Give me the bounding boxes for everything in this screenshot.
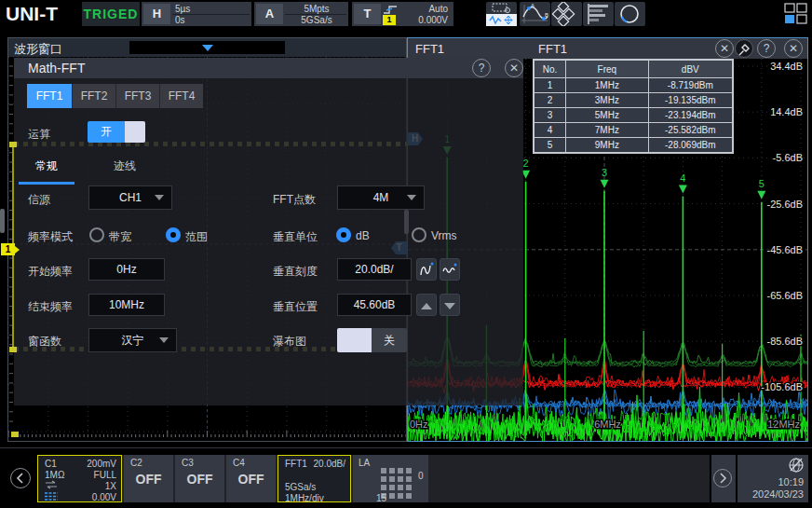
dialog-help-button[interactable]: ?	[472, 59, 491, 77]
histogram-button[interactable]	[583, 2, 614, 26]
ch1-range-top-handle[interactable]	[9, 142, 17, 147]
fft-peaks-table: No.FreqdBV 11MHz-8.719dBm23MHz-19.135dBm…	[534, 60, 733, 153]
collapse-left-button[interactable]	[10, 468, 31, 488]
fft-tab-fft4[interactable]: FFT4	[159, 84, 203, 108]
c1-bandwidth: FULL	[94, 470, 116, 480]
la-channel-dot	[389, 493, 395, 499]
top-bar: UNI-T TRIGED H 5µs 0s A 5Mpts 5GSa/s T 1…	[0, 0, 812, 28]
window-func-dropdown[interactable]: 汉宁	[88, 328, 177, 352]
waterfall-toggle-off: 关	[372, 328, 407, 352]
peak-marker-number: 5	[759, 178, 765, 189]
vpos-down-button[interactable]	[440, 294, 460, 316]
fft-table-cell: -19.135dBm	[648, 93, 732, 108]
ch1-level-marker[interactable]: 1	[1, 243, 15, 255]
channel3-panel[interactable]: C3 OFF	[175, 455, 224, 502]
chevron-right-icon	[714, 470, 731, 487]
trigger-position-band[interactable]	[129, 41, 285, 54]
fft-table-pin-button[interactable]	[735, 39, 753, 58]
operation-toggle[interactable]: 开	[88, 121, 145, 143]
fft-table-row[interactable]: 47MHz-25.582dBm	[535, 123, 733, 138]
fft-points-dropdown[interactable]: 4M	[337, 185, 425, 210]
acquire-rate: 5GSa/s	[288, 14, 345, 26]
vscale-fine-button[interactable]	[440, 258, 460, 281]
channel4-panel[interactable]: C4 OFF	[226, 455, 276, 502]
fft-table-close-button[interactable]: ✕	[715, 39, 734, 58]
fft-tab-fft3[interactable]: FFT3	[115, 84, 159, 108]
trigger-section[interactable]: T 1 Auto 0.000V	[352, 2, 453, 26]
expand-right-button[interactable]	[713, 469, 732, 487]
fft-table-row[interactable]: 35MHz-23.194dBm	[535, 108, 733, 123]
fft1-hdiv: 1MHz/div	[285, 493, 324, 503]
horizontal-section[interactable]: H 5µs 0s	[142, 2, 251, 26]
fft1-panel[interactable]: FFT1 20.0dB/ 5GSa/s 1MHz/div	[277, 455, 351, 502]
fft-tab-fft2[interactable]: FFT2	[72, 84, 115, 108]
lens-button[interactable]	[615, 2, 645, 26]
trigger-position-indicator[interactable]	[202, 45, 213, 51]
wave-vpos-handle[interactable]	[0, 209, 5, 233]
waterfall-toggle[interactable]: 关	[337, 328, 407, 352]
freq-mode-range-radio[interactable]	[166, 227, 181, 242]
lens-icon	[615, 2, 645, 26]
peak-marker	[679, 185, 687, 194]
fft-help-button[interactable]: ?	[757, 39, 776, 58]
vpos-up-button[interactable]	[416, 294, 437, 316]
fft-table-row[interactable]: 11MHz-8.719dBm	[535, 78, 733, 93]
window-func-label: 窗函数	[28, 334, 61, 350]
fft-close-button[interactable]: ✕	[784, 39, 803, 58]
freq-axis-label: 6MHz	[594, 419, 621, 430]
la-channel-dot	[398, 485, 403, 490]
c2-name: C2	[130, 458, 142, 468]
dialog-sub-tab-active[interactable]: 常规	[19, 158, 74, 185]
vpos-value: 45.60dB	[338, 295, 411, 315]
operation-toggle-on: 开	[88, 121, 125, 143]
c2-state: OFF	[124, 472, 173, 487]
acquire-section[interactable]: A 5Mpts 5GSa/s	[254, 2, 348, 26]
chevron-down-icon	[159, 337, 169, 343]
vunit-db-radio[interactable]	[336, 227, 351, 242]
fft-table-cell: 3	[535, 108, 566, 123]
freq-mode-range-label: 范围	[185, 229, 208, 245]
math-fft-dialog: Math-FFT ? ✕ FFT1FFT2FFT3FFT4 运算 开 常规迹线 …	[14, 58, 523, 405]
source-dropdown[interactable]: CH1	[88, 185, 172, 210]
fft-table-cell: -25.582dBm	[648, 123, 732, 138]
fft-table-header-row: No.FreqdBV	[535, 61, 733, 78]
horizontal-key: H	[143, 4, 170, 24]
pin-icon	[736, 42, 752, 59]
fft-table-row[interactable]: 59MHz-28.069dBm	[535, 138, 733, 153]
fft-window-title: FFT1	[415, 42, 444, 56]
end-freq-input[interactable]: 10MHz	[88, 294, 165, 316]
vunit-vrms-radio[interactable]	[412, 227, 426, 242]
channel1-panel[interactable]: C1 200mV 1MΩ FULL 1X 0.00V	[37, 455, 122, 502]
vscale-coarse-button[interactable]	[416, 258, 437, 281]
dialog-sub-tab-other[interactable]: 迹线	[97, 158, 153, 185]
vscale-input[interactable]: 20.0dB/	[337, 258, 412, 281]
fft-table-cell: 2	[535, 93, 566, 108]
fft-peaks-table-panel: No.FreqdBV 11MHz-8.719dBm23MHz-19.135dBm…	[533, 59, 734, 154]
xy-mode-button[interactable]	[551, 2, 582, 26]
channel2-panel[interactable]: C2 OFF	[124, 455, 173, 502]
la-panel[interactable]: LA 0 15	[353, 455, 428, 502]
freq-mode-label: 频率模式	[28, 229, 73, 245]
clock-panel[interactable]: 10:19 2024/03/23	[738, 455, 808, 502]
window-layout-button[interactable]	[784, 3, 808, 25]
chevron-down-icon	[407, 195, 416, 200]
start-freq-input[interactable]: 0Hz	[88, 258, 165, 281]
divider	[172, 14, 250, 15]
dialog-close-button[interactable]: ✕	[505, 59, 523, 77]
zoom-tool-button[interactable]	[486, 2, 517, 26]
waveform-window-titlebar[interactable]: 波形窗口	[8, 38, 406, 57]
ab-curve-button[interactable]: A B	[520, 2, 550, 26]
expand-right-panel[interactable]	[711, 455, 736, 502]
la-name: LA	[359, 458, 370, 468]
ch1-range-bottom-handle[interactable]	[9, 347, 17, 352]
fft-window-titlebar[interactable]: FFT1 FFT1 ✕ ? ✕	[408, 38, 807, 59]
dialog-titlebar[interactable]: Math-FFT	[14, 58, 523, 78]
vpos-input[interactable]: 45.60dB	[337, 294, 412, 316]
fft-table-row[interactable]: 23MHz-19.135dBm	[535, 93, 733, 108]
fft-tab-fft1[interactable]: FFT1	[27, 84, 72, 108]
source-label: 信源	[28, 192, 50, 208]
c1-coupling-icon	[45, 480, 58, 489]
la-channel-dot	[398, 468, 403, 474]
freq-mode-bandwidth-radio[interactable]	[89, 227, 104, 242]
waterfall-label: 瀑布图	[273, 334, 306, 350]
